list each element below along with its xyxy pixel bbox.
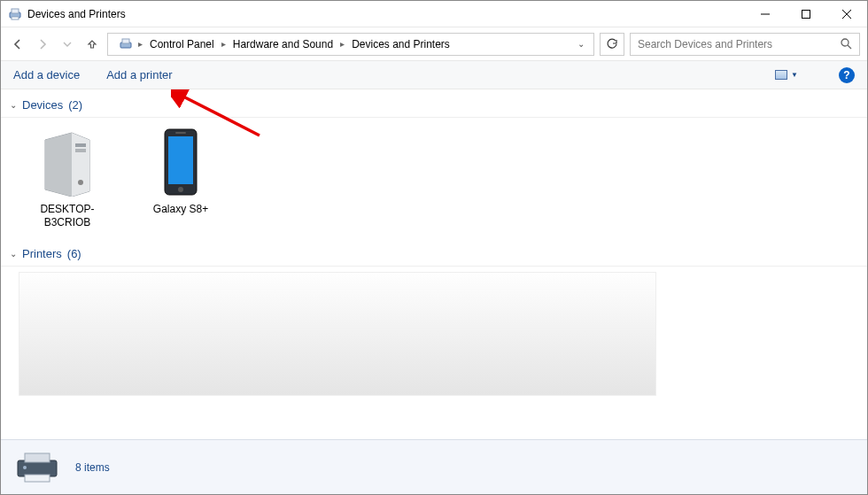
minimize-button[interactable] bbox=[745, 1, 786, 27]
search-input[interactable] bbox=[638, 38, 841, 50]
svg-rect-16 bbox=[75, 149, 86, 152]
chevron-down-icon: ⌄ bbox=[10, 249, 17, 259]
status-text: 8 items bbox=[75, 461, 110, 474]
add-device-button[interactable]: Add a device bbox=[13, 68, 80, 81]
svg-point-20 bbox=[178, 187, 183, 192]
printer-thumbnail-icon bbox=[12, 449, 63, 486]
help-button[interactable]: ? bbox=[839, 67, 855, 83]
svg-rect-2 bbox=[12, 17, 19, 19]
chevron-right-icon[interactable]: ▸ bbox=[338, 39, 346, 49]
svg-rect-15 bbox=[75, 143, 86, 147]
printers-items-placeholder bbox=[19, 272, 656, 396]
details-pane: 8 items bbox=[1, 439, 867, 494]
devices-printers-icon bbox=[8, 7, 22, 21]
group-label: Devices bbox=[22, 98, 63, 112]
devices-printers-icon bbox=[117, 35, 135, 53]
svg-rect-1 bbox=[12, 9, 19, 13]
svg-rect-23 bbox=[25, 453, 50, 462]
device-label: DESKTOP-B3CRIOB bbox=[19, 203, 115, 229]
refresh-button[interactable] bbox=[600, 33, 624, 56]
svg-marker-14 bbox=[72, 133, 89, 197]
titlebar: Devices and Printers bbox=[1, 1, 867, 27]
search-box[interactable] bbox=[630, 33, 860, 56]
printers-group-header[interactable]: ⌄ Printers (6) bbox=[1, 242, 867, 267]
command-bar: Add a device Add a printer ▼ ? bbox=[1, 61, 867, 89]
devices-printers-window: Devices and Printers bbox=[0, 0, 868, 495]
chevron-right-icon[interactable]: ▸ bbox=[136, 39, 144, 49]
close-button[interactable] bbox=[826, 1, 867, 27]
breadcrumb-segment[interactable]: Control Panel bbox=[146, 36, 218, 52]
svg-point-25 bbox=[23, 466, 27, 469]
device-item-phone[interactable]: Galaxy S8+ bbox=[132, 127, 229, 229]
svg-rect-4 bbox=[802, 10, 810, 18]
window-title: Devices and Printers bbox=[27, 8, 126, 20]
breadcrumb-segment[interactable]: Hardware and Sound bbox=[229, 36, 337, 52]
svg-rect-24 bbox=[25, 475, 50, 482]
forward-button[interactable] bbox=[33, 35, 52, 54]
device-item-desktop[interactable]: DESKTOP-B3CRIOB bbox=[19, 127, 116, 229]
chevron-down-icon: ⌄ bbox=[10, 100, 17, 110]
view-options-button[interactable]: ▼ bbox=[771, 68, 802, 81]
svg-rect-8 bbox=[122, 39, 129, 43]
address-bar[interactable]: ▸ Control Panel ▸ Hardware and Sound ▸ D… bbox=[107, 33, 594, 56]
recent-locations-button[interactable] bbox=[58, 35, 77, 54]
chevron-down-icon: ▼ bbox=[791, 71, 798, 79]
view-icon bbox=[775, 70, 787, 80]
breadcrumb-segment[interactable]: Devices and Printers bbox=[348, 36, 453, 52]
svg-marker-13 bbox=[45, 133, 72, 197]
navigation-bar: ▸ Control Panel ▸ Hardware and Sound ▸ D… bbox=[1, 27, 867, 61]
up-button[interactable] bbox=[82, 35, 102, 54]
device-label: Galaxy S8+ bbox=[153, 203, 208, 216]
add-printer-button[interactable]: Add a printer bbox=[106, 68, 172, 81]
devices-items: DESKTOP-B3CRIOB Galaxy S8+ bbox=[1, 123, 867, 242]
svg-rect-19 bbox=[168, 136, 193, 184]
smartphone-icon bbox=[145, 127, 216, 197]
content-area: ⌄ Devices (2) DESKTOP-B3 bbox=[1, 89, 867, 439]
search-icon[interactable] bbox=[841, 38, 852, 50]
group-count: (2) bbox=[68, 98, 82, 112]
group-count: (6) bbox=[67, 247, 81, 260]
svg-rect-21 bbox=[175, 132, 186, 134]
devices-group-header[interactable]: ⌄ Devices (2) bbox=[1, 93, 867, 118]
svg-line-10 bbox=[848, 45, 851, 49]
back-button[interactable] bbox=[8, 35, 27, 54]
group-label: Printers bbox=[22, 247, 62, 260]
svg-point-9 bbox=[841, 39, 849, 46]
chevron-right-icon[interactable]: ▸ bbox=[220, 39, 228, 49]
desktop-pc-icon bbox=[32, 127, 103, 197]
svg-point-17 bbox=[78, 180, 83, 185]
address-dropdown[interactable]: ⌄ bbox=[574, 39, 588, 49]
maximize-button[interactable] bbox=[786, 1, 826, 27]
